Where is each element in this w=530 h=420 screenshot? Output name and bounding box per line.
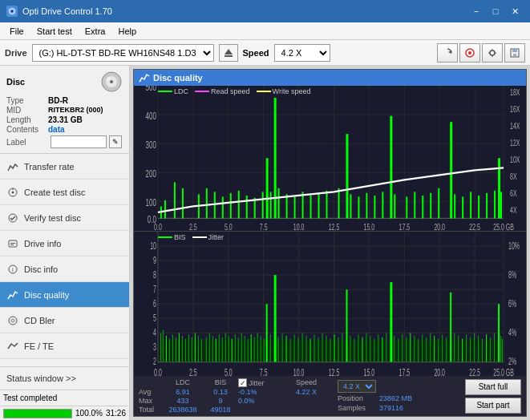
nav-disc-info[interactable]: i Disc info bbox=[0, 256, 129, 282]
svg-rect-13 bbox=[512, 49, 517, 52]
disc-label-input[interactable] bbox=[51, 135, 107, 148]
svg-rect-108 bbox=[478, 196, 479, 219]
nav-cd-bler[interactable]: CD Bler bbox=[0, 308, 129, 333]
stats-speed-header: Speed bbox=[296, 378, 328, 387]
svg-rect-93 bbox=[358, 196, 359, 218]
svg-text:7.5: 7.5 bbox=[260, 367, 268, 376]
status-window-button[interactable]: Status window >> bbox=[0, 367, 129, 390]
menu-help[interactable]: Help bbox=[111, 25, 143, 38]
drive-select[interactable]: (G:) HL-DT-ST BD-RE WH16NS48 1.D3 bbox=[32, 44, 214, 62]
start-full-button[interactable]: Start full bbox=[465, 379, 521, 395]
svg-rect-112 bbox=[500, 192, 502, 218]
svg-rect-24 bbox=[10, 243, 15, 244]
svg-rect-241 bbox=[454, 333, 455, 361]
svg-rect-92 bbox=[350, 194, 351, 218]
eject-button[interactable] bbox=[219, 44, 238, 62]
svg-text:10.0: 10.0 bbox=[293, 367, 305, 376]
drive-info-icon bbox=[6, 237, 19, 250]
menu-start-test[interactable]: Start test bbox=[30, 25, 79, 38]
quality-header: Disc quality bbox=[134, 70, 526, 86]
nav-disc-info-label: Disc info bbox=[24, 265, 58, 274]
right-stats-panel: 4.2 X Position 23862 MB Samples 379116 bbox=[338, 380, 412, 412]
svg-rect-161 bbox=[163, 329, 164, 361]
svg-rect-207 bbox=[306, 335, 307, 361]
nav-extra-tests[interactable]: Extra tests bbox=[0, 359, 129, 366]
svg-rect-11 bbox=[492, 55, 493, 57]
svg-rect-193 bbox=[248, 338, 249, 361]
close-button[interactable]: ✕ bbox=[506, 4, 524, 18]
write-speed-label: Write speed bbox=[273, 87, 311, 95]
svg-rect-167 bbox=[182, 335, 183, 361]
status-text: Test completed bbox=[3, 394, 57, 402]
svg-rect-226 bbox=[386, 333, 386, 361]
svg-rect-225 bbox=[382, 337, 382, 361]
svg-rect-215 bbox=[338, 337, 338, 361]
nav-verify-test-disc[interactable]: Verify test disc bbox=[0, 205, 129, 231]
svg-rect-85 bbox=[294, 196, 296, 218]
svg-rect-183 bbox=[216, 338, 216, 361]
disc-length-row: Length 23.31 GB bbox=[6, 115, 123, 124]
svg-text:17.5: 17.5 bbox=[399, 223, 411, 230]
progress-time: 31:26 bbox=[106, 409, 126, 418]
minimize-button[interactable]: − bbox=[467, 4, 485, 18]
speed-select-chart[interactable]: 4.2 X bbox=[338, 380, 376, 393]
quality-panel: Disc quality LDC Read spee bbox=[133, 69, 527, 417]
svg-rect-169 bbox=[188, 334, 189, 361]
jitter-checkbox[interactable]: ✓ bbox=[238, 378, 247, 387]
svg-text:2.5: 2.5 bbox=[189, 223, 197, 230]
svg-rect-101 bbox=[422, 196, 423, 219]
nav-fe-te[interactable]: FE / TE bbox=[0, 333, 129, 359]
nav-fe-te-label: FE / TE bbox=[24, 341, 54, 351]
nav-cd-bler-label: CD Bler bbox=[24, 316, 55, 325]
svg-text:0.0: 0.0 bbox=[154, 223, 162, 230]
svg-text:4X: 4X bbox=[510, 206, 517, 216]
save-button[interactable] bbox=[504, 43, 525, 63]
settings-button[interactable] bbox=[482, 43, 503, 63]
svg-rect-194 bbox=[251, 334, 252, 361]
svg-rect-97 bbox=[390, 116, 392, 219]
stats-total-row: Total 2638638 49018 bbox=[139, 406, 328, 414]
svg-rect-192 bbox=[245, 335, 245, 361]
svg-rect-211 bbox=[322, 333, 323, 361]
nav-transfer-rate[interactable]: Transfer rate bbox=[0, 154, 129, 180]
stats-max-jitter: 0.0% bbox=[238, 397, 294, 405]
refresh-button[interactable] bbox=[437, 43, 458, 63]
menu-file[interactable]: File bbox=[3, 25, 30, 38]
chart1-area: LDC Read speed Write speed bbox=[134, 86, 526, 232]
svg-rect-221 bbox=[366, 333, 366, 361]
svg-text:300: 300 bbox=[146, 140, 157, 151]
svg-rect-162 bbox=[166, 335, 167, 361]
svg-rect-198 bbox=[264, 338, 265, 361]
svg-rect-246 bbox=[474, 333, 475, 361]
drive-label: Drive bbox=[5, 48, 27, 58]
jitter-col-label: Jitter bbox=[249, 379, 265, 387]
svg-rect-2 bbox=[225, 55, 233, 57]
chart2-svg: 10 9 8 7 6 5 4 3 2 10% 8% 6% 4 bbox=[134, 232, 526, 377]
svg-rect-244 bbox=[466, 334, 467, 361]
svg-rect-171 bbox=[195, 333, 196, 361]
maximize-button[interactable]: □ bbox=[487, 4, 504, 18]
svg-rect-176 bbox=[346, 289, 347, 361]
svg-rect-173 bbox=[201, 338, 202, 361]
speed-select[interactable]: 4.2 X bbox=[274, 44, 330, 62]
svg-text:25.0 GB: 25.0 GB bbox=[493, 367, 514, 376]
svg-rect-191 bbox=[241, 333, 242, 361]
svg-rect-69 bbox=[174, 182, 176, 218]
svg-rect-228 bbox=[398, 338, 399, 361]
burn-button[interactable] bbox=[459, 43, 480, 63]
svg-rect-206 bbox=[302, 333, 303, 361]
svg-rect-233 bbox=[418, 338, 419, 361]
svg-rect-252 bbox=[500, 335, 501, 361]
svg-text:2.5: 2.5 bbox=[189, 367, 197, 376]
svg-rect-222 bbox=[370, 335, 370, 361]
titlebar-left: Opti Drive Control 1.70 bbox=[6, 6, 112, 17]
nav-create-test-disc[interactable]: Create test disc bbox=[0, 180, 129, 205]
start-part-button[interactable]: Start part bbox=[465, 398, 521, 414]
disc-label-edit-button[interactable]: ✎ bbox=[109, 135, 122, 148]
nav-disc-quality[interactable]: Disc quality bbox=[0, 282, 129, 308]
svg-rect-214 bbox=[334, 334, 334, 361]
svg-rect-210 bbox=[318, 337, 319, 361]
nav-drive-info[interactable]: Drive info bbox=[0, 231, 129, 256]
menu-extra[interactable]: Extra bbox=[79, 25, 112, 38]
svg-rect-79 bbox=[262, 192, 264, 218]
